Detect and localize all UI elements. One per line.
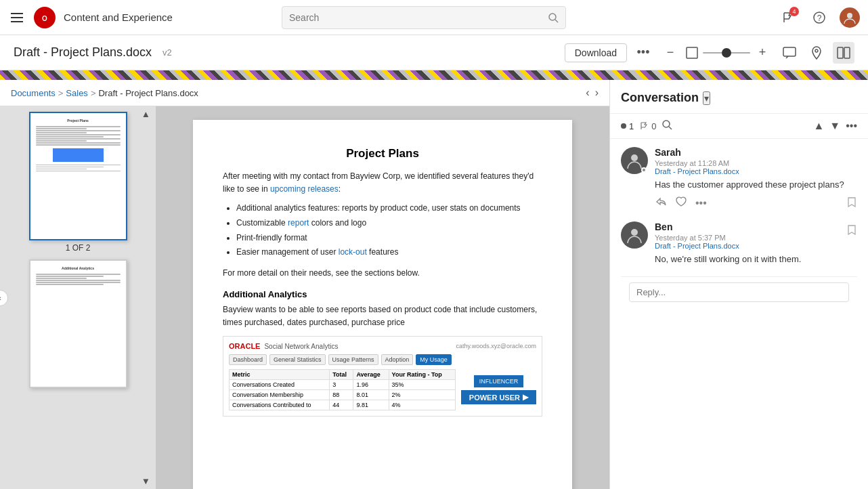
thumbnail-image-1: Project Plans bbox=[29, 112, 127, 240]
sarah-like-button[interactable] bbox=[675, 196, 687, 211]
analytics-table: Metric Total Average Your Rating - Top bbox=[229, 369, 456, 410]
svg-point-9 bbox=[815, 49, 818, 52]
download-button[interactable]: Download bbox=[565, 43, 627, 62]
layout-button[interactable] bbox=[833, 42, 854, 64]
content-area: ▲ Project Plans bbox=[0, 106, 609, 489]
svg-line-13 bbox=[669, 127, 672, 129]
sarah-avatar bbox=[621, 147, 648, 174]
conversation-nav-up[interactable]: ▲ bbox=[814, 120, 825, 132]
sarah-message-header: Sarah bbox=[655, 147, 857, 158]
svg-text:O: O bbox=[42, 15, 47, 22]
document-viewer[interactable]: Project Plans After meeting with my cont… bbox=[156, 106, 609, 489]
table-row: Conversation Membership 88 8.01 2% bbox=[230, 390, 456, 400]
thumbnail-collapse-button[interactable]: ‹ bbox=[0, 290, 8, 306]
ben-bookmark-button[interactable] bbox=[846, 224, 857, 237]
zoom-out-button[interactable]: − bbox=[659, 42, 681, 64]
doc-intro: After meeting with my contact from Bayvi… bbox=[223, 170, 542, 196]
location-button[interactable] bbox=[806, 42, 827, 64]
left-panel: Documents > Sales > Draft - Project Plan… bbox=[0, 80, 609, 489]
zoom-slider[interactable] bbox=[703, 52, 750, 54]
conversation-search-button[interactable] bbox=[661, 119, 672, 133]
conversation-header: Conversation ▾ bbox=[610, 80, 868, 114]
doc-link-upcoming[interactable]: upcoming releases bbox=[270, 184, 339, 194]
comment-button[interactable] bbox=[779, 42, 800, 64]
breadcrumb-prev-button[interactable]: ‹ bbox=[586, 87, 589, 99]
table-header-total: Total bbox=[330, 370, 353, 380]
document-page: Project Plans After meeting with my cont… bbox=[193, 120, 572, 489]
conversation-message-1: Sarah Yesterday at 11:28 AM Draft - Proj… bbox=[621, 147, 857, 211]
search-input[interactable] bbox=[289, 12, 548, 23]
doc-bullet-1: Additional analytics features: reports b… bbox=[236, 201, 542, 216]
svg-point-14 bbox=[631, 154, 638, 161]
sarah-message-doc-link[interactable]: Draft - Project Plans.docx bbox=[655, 167, 857, 175]
zoom-frame-icon bbox=[682, 43, 701, 62]
sarah-message-actions: ••• bbox=[655, 196, 857, 211]
thumbnail-item-2[interactable]: Additional Analytics bbox=[29, 259, 127, 388]
analytics-tab-adoption[interactable]: Adoption bbox=[381, 354, 414, 365]
hamburger-menu[interactable] bbox=[8, 10, 26, 25]
table-cell: 1.96 bbox=[353, 380, 389, 390]
document-toolbar: Draft - Project Plans.docx v2 Download •… bbox=[0, 35, 868, 70]
table-cell: 44 bbox=[330, 400, 353, 410]
sarah-message-text: Has the customer approved these project … bbox=[655, 178, 857, 192]
analytics-tab-usage[interactable]: Usage Patterns bbox=[328, 354, 378, 365]
doc-link-report[interactable]: report bbox=[288, 218, 309, 228]
breadcrumb-sales[interactable]: Sales bbox=[66, 88, 88, 98]
conversation-messages: Sarah Yesterday at 11:28 AM Draft - Proj… bbox=[610, 139, 868, 489]
like-count-value: 1 bbox=[629, 121, 634, 131]
thumbnail-scroll-down[interactable]: ▼ bbox=[142, 476, 150, 486]
document-title: Draft - Project Plans.docx bbox=[14, 45, 152, 60]
analytics-user: cathy.woods.xyz@oracle.com bbox=[456, 343, 536, 349]
analytics-tab-myusage[interactable]: My Usage bbox=[416, 354, 452, 365]
conversation-message-2: Ben Yesterday at 5:37 PM Draft - Project… bbox=[621, 221, 857, 266]
sarah-avatar-icon bbox=[625, 151, 644, 170]
svg-point-15 bbox=[631, 229, 638, 236]
breadcrumb-navigation: ‹ › bbox=[586, 87, 599, 99]
sarah-bookmark-button[interactable] bbox=[846, 196, 857, 209]
oracle-logo: O bbox=[32, 5, 57, 30]
conversation-nav-down[interactable]: ▼ bbox=[829, 120, 840, 132]
table-row: Conversations Contributed to 44 9.81 4% bbox=[230, 400, 456, 410]
thumbnail-item-1[interactable]: Project Plans bbox=[29, 112, 127, 253]
sarah-reply-button[interactable] bbox=[655, 196, 667, 211]
table-row: Conversations Created 3 1.96 35% bbox=[230, 380, 456, 390]
conversation-flag-count: 0 bbox=[639, 121, 656, 131]
thumbnail-label-1: 1 OF 2 bbox=[66, 243, 91, 253]
ben-message-header: Ben bbox=[655, 221, 840, 232]
sarah-more-button[interactable]: ••• bbox=[695, 197, 707, 209]
analytics-tab-general[interactable]: General Statistics bbox=[269, 354, 326, 365]
ben-message-time: Yesterday at 5:37 PM bbox=[655, 234, 840, 242]
svg-text:?: ? bbox=[817, 14, 822, 23]
user-avatar[interactable] bbox=[840, 7, 860, 28]
table-header-average: Average bbox=[353, 370, 389, 380]
svg-rect-7 bbox=[687, 47, 697, 58]
breadcrumb-bar: Documents > Sales > Draft - Project Plan… bbox=[0, 80, 609, 106]
table-cell: 88 bbox=[330, 390, 353, 400]
help-button[interactable]: ? bbox=[808, 7, 830, 28]
breadcrumb-next-button[interactable]: › bbox=[595, 87, 599, 99]
breadcrumb-documents[interactable]: Documents bbox=[11, 88, 56, 98]
table-cell: 2% bbox=[389, 390, 455, 400]
conversation-more-button[interactable]: ••• bbox=[846, 120, 857, 132]
zoom-controls: − + bbox=[659, 42, 773, 64]
ben-avatar-icon bbox=[625, 226, 644, 244]
breadcrumb: Documents > Sales > Draft - Project Plan… bbox=[11, 88, 198, 98]
like-dot bbox=[621, 123, 626, 129]
ben-message-doc-link[interactable]: Draft - Project Plans.docx bbox=[655, 242, 840, 250]
doc-link-lockout[interactable]: lock-out bbox=[339, 247, 367, 257]
doc-bullet-3: Print-friendly format bbox=[236, 231, 542, 246]
analytics-tab-dashboard[interactable]: Dashboard bbox=[229, 354, 267, 365]
analytics-subtitle: Social Network Analytics bbox=[264, 343, 338, 350]
zoom-in-button[interactable]: + bbox=[752, 42, 773, 64]
doc-detail-note: For more detail on their needs, see the … bbox=[223, 267, 542, 280]
flag-button[interactable]: 4 bbox=[777, 7, 799, 28]
conversation-chevron[interactable]: ▾ bbox=[703, 91, 710, 105]
conversation-reply-input[interactable] bbox=[629, 282, 849, 302]
table-cell: 4% bbox=[389, 400, 455, 410]
ben-message-body: Ben Yesterday at 5:37 PM Draft - Project… bbox=[655, 221, 840, 266]
thumbnail-scroll-up[interactable]: ▲ bbox=[142, 109, 150, 119]
notification-badge: 4 bbox=[789, 7, 799, 16]
sarah-message-time: Yesterday at 11:28 AM bbox=[655, 159, 857, 167]
table-cell: 8.01 bbox=[353, 390, 389, 400]
more-options-button[interactable]: ••• bbox=[632, 42, 654, 64]
